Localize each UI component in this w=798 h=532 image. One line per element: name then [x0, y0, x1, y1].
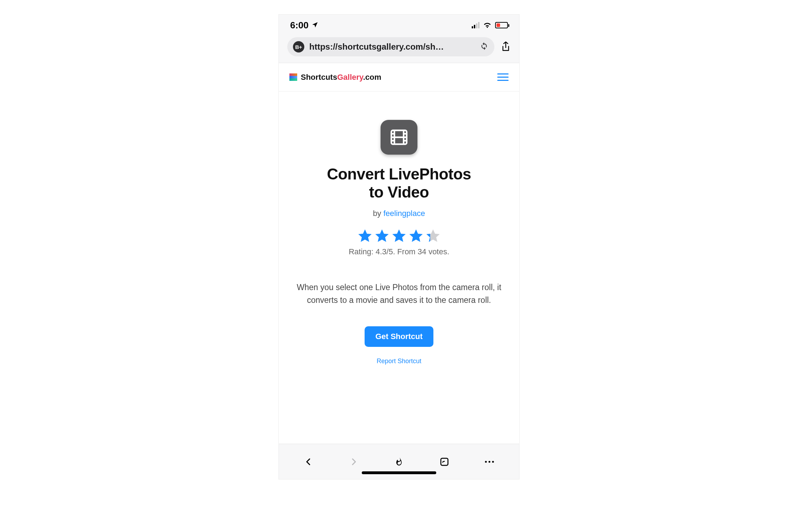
- browser-address-row: B+ https://shortcutsgallery.com/sh…: [279, 36, 519, 63]
- status-time: 6:00: [290, 20, 309, 31]
- star-icon: [408, 228, 424, 244]
- tabs-button[interactable]: [438, 455, 451, 468]
- svg-point-9: [485, 461, 487, 462]
- site-header: ShortcutsGallery.com: [279, 63, 519, 92]
- star-icon: [374, 228, 390, 244]
- location-icon: [311, 20, 318, 31]
- address-bar[interactable]: B+ https://shortcutsgallery.com/sh…: [287, 37, 494, 56]
- shortcut-app-icon: [381, 120, 417, 155]
- svg-point-10: [489, 461, 491, 462]
- rating-text: Rating: 4.3/5. From 34 votes.: [293, 247, 505, 256]
- refresh-icon[interactable]: [480, 41, 489, 52]
- url-text: https://shortcutsgallery.com/sh…: [309, 42, 475, 52]
- page-content: Convert LivePhotos to Video by feelingpl…: [279, 92, 519, 400]
- star-icon: [357, 228, 373, 244]
- shortcut-description: When you select one Live Photos from the…: [293, 281, 505, 306]
- home-fire-button[interactable]: [393, 455, 405, 468]
- logo-mark-icon: [289, 73, 297, 81]
- logo-text: ShortcutsGallery.com: [301, 73, 381, 82]
- menu-button[interactable]: [497, 73, 509, 81]
- page-title: Convert LivePhotos to Video: [293, 165, 505, 201]
- battery-icon: [495, 22, 508, 28]
- more-button[interactable]: [483, 455, 496, 468]
- status-bar: 6:00: [279, 15, 519, 36]
- byline: by feelingplace: [293, 209, 505, 218]
- svg-point-11: [492, 461, 494, 462]
- star-icon: [425, 228, 441, 244]
- share-button[interactable]: [501, 41, 511, 52]
- forward-button[interactable]: [347, 455, 360, 468]
- back-button[interactable]: [302, 455, 315, 468]
- report-shortcut-link[interactable]: Report Shortcut: [293, 358, 505, 365]
- phone-frame: 6:00 B+ https://shortcutsgallery.com/sh…: [278, 14, 520, 480]
- home-indicator: [362, 471, 436, 474]
- get-shortcut-button[interactable]: Get Shortcut: [365, 326, 433, 347]
- star-icon: [391, 228, 407, 244]
- site-logo[interactable]: ShortcutsGallery.com: [289, 73, 381, 82]
- browser-toolbar: [279, 444, 519, 479]
- star-rating[interactable]: [293, 228, 505, 244]
- signal-icon: [472, 22, 480, 28]
- author-link[interactable]: feelingplace: [383, 209, 425, 218]
- film-icon: [390, 128, 408, 146]
- wifi-icon: [483, 20, 492, 31]
- privacy-badge: B+: [293, 41, 304, 52]
